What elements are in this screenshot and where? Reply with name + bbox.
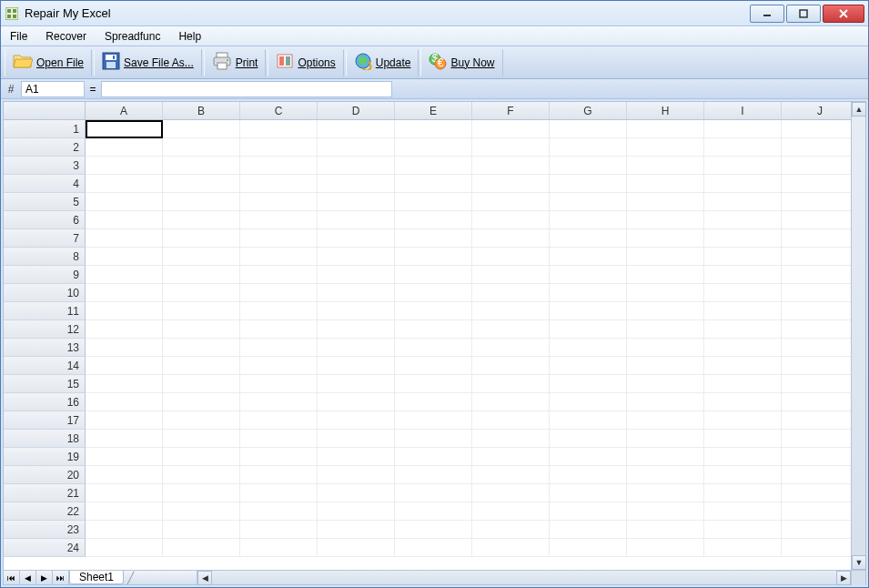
cell-H13[interactable] (627, 339, 704, 357)
cell-E11[interactable] (395, 302, 472, 320)
cell-D17[interactable] (318, 411, 395, 430)
cell-I19[interactable] (704, 448, 782, 466)
cell-C6[interactable] (240, 211, 318, 229)
cell-J24[interactable] (782, 539, 859, 557)
cell-J23[interactable] (782, 521, 859, 539)
scroll-up-button[interactable]: ▲ (852, 102, 866, 117)
cell-A20[interactable] (86, 466, 163, 484)
cell-F5[interactable] (472, 193, 550, 211)
cell-I1[interactable] (704, 120, 782, 138)
cell-J14[interactable] (782, 357, 859, 375)
cell-I18[interactable] (704, 430, 782, 448)
cell-J17[interactable] (782, 411, 859, 430)
cell-I8[interactable] (704, 248, 782, 266)
cell-E2[interactable] (395, 138, 472, 157)
cell-H15[interactable] (627, 375, 704, 393)
cell-D14[interactable] (318, 357, 395, 375)
cell-C18[interactable] (240, 430, 318, 448)
cell-D13[interactable] (318, 339, 395, 357)
close-button[interactable] (823, 5, 864, 23)
cell-H3[interactable] (627, 157, 704, 175)
cell-H22[interactable] (627, 502, 704, 521)
cell-F3[interactable] (472, 157, 550, 175)
cell-G23[interactable] (550, 521, 627, 539)
cell-F10[interactable] (472, 284, 550, 302)
cell-G10[interactable] (550, 284, 627, 302)
cell-E15[interactable] (395, 375, 472, 393)
cell-G6[interactable] (550, 211, 627, 229)
cell-B23[interactable] (163, 521, 240, 539)
cell-A15[interactable] (86, 375, 163, 393)
cell-G9[interactable] (550, 266, 627, 284)
cell-C10[interactable] (240, 284, 318, 302)
cell-E22[interactable] (395, 502, 472, 521)
row-header-2[interactable]: 2 (4, 138, 86, 157)
row-header-1[interactable]: 1 (4, 120, 86, 138)
row-header-22[interactable]: 22 (4, 502, 86, 521)
cell-A10[interactable] (86, 284, 163, 302)
cell-A13[interactable] (86, 339, 163, 357)
cell-E18[interactable] (395, 430, 472, 448)
cell-E8[interactable] (395, 248, 472, 266)
cell-E5[interactable] (395, 193, 472, 211)
cell-H14[interactable] (627, 357, 704, 375)
cell-C20[interactable] (240, 466, 318, 484)
open-file-button[interactable]: Open File (5, 49, 92, 76)
row-header-17[interactable]: 17 (4, 411, 86, 430)
cell-F19[interactable] (472, 448, 550, 466)
scroll-right-button[interactable]: ▶ (836, 571, 851, 585)
cell-A5[interactable] (86, 193, 163, 211)
cell-C11[interactable] (240, 302, 318, 320)
save-file-as-button[interactable]: Save File As... (94, 49, 202, 76)
cell-A18[interactable] (86, 430, 163, 448)
maximize-button[interactable] (786, 5, 821, 23)
cell-E3[interactable] (395, 157, 472, 175)
cell-J12[interactable] (782, 320, 859, 339)
cell-H24[interactable] (627, 539, 704, 557)
cell-C23[interactable] (240, 521, 318, 539)
cell-I11[interactable] (704, 302, 782, 320)
cell-G14[interactable] (550, 357, 627, 375)
cell-D20[interactable] (318, 466, 395, 484)
cell-A21[interactable] (86, 484, 163, 502)
cell-F6[interactable] (472, 211, 550, 229)
cell-D24[interactable] (318, 539, 395, 557)
cell-D10[interactable] (318, 284, 395, 302)
cell-F12[interactable] (472, 320, 550, 339)
cell-A3[interactable] (86, 157, 163, 175)
cell-B1[interactable] (163, 120, 240, 138)
cell-I16[interactable] (704, 393, 782, 411)
row-header-8[interactable]: 8 (4, 248, 86, 266)
cell-F4[interactable] (472, 175, 550, 193)
cell-C12[interactable] (240, 320, 318, 339)
cell-E13[interactable] (395, 339, 472, 357)
cell-H19[interactable] (627, 448, 704, 466)
cell-J21[interactable] (782, 484, 859, 502)
cell-F7[interactable] (472, 229, 550, 248)
cell-H20[interactable] (627, 466, 704, 484)
cell-E10[interactable] (395, 284, 472, 302)
column-header-d[interactable]: D (318, 102, 395, 119)
cell-A4[interactable] (86, 175, 163, 193)
cell-I2[interactable] (704, 138, 782, 157)
options-button[interactable]: Options (268, 49, 343, 76)
cell-D21[interactable] (318, 484, 395, 502)
cell-F17[interactable] (472, 411, 550, 430)
cell-J16[interactable] (782, 393, 859, 411)
cell-F9[interactable] (472, 266, 550, 284)
cell-I24[interactable] (704, 539, 782, 557)
cell-H9[interactable] (627, 266, 704, 284)
cell-I17[interactable] (704, 411, 782, 430)
column-header-f[interactable]: F (472, 102, 550, 119)
row-header-6[interactable]: 6 (4, 211, 86, 229)
cell-J3[interactable] (782, 157, 859, 175)
row-header-23[interactable]: 23 (4, 521, 86, 539)
cell-B2[interactable] (163, 138, 240, 157)
cell-C9[interactable] (240, 266, 318, 284)
cell-D2[interactable] (318, 138, 395, 157)
cell-C4[interactable] (240, 175, 318, 193)
cell-I9[interactable] (704, 266, 782, 284)
cell-I22[interactable] (704, 502, 782, 521)
row-header-18[interactable]: 18 (4, 430, 86, 448)
cell-F22[interactable] (472, 502, 550, 521)
